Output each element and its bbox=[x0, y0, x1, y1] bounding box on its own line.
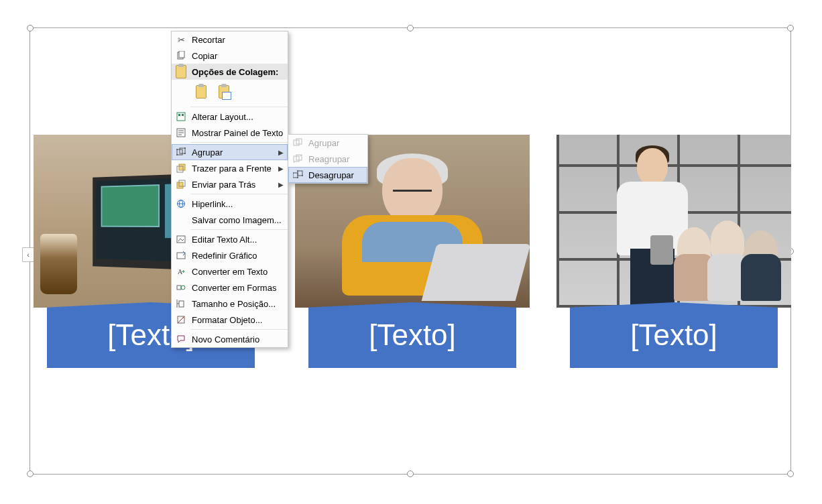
smartart-graphic[interactable]: [Texto] [Texto] [Texto] bbox=[34, 135, 791, 376]
caption-text[interactable]: [Texto] bbox=[369, 318, 456, 352]
svg-rect-15 bbox=[179, 164, 185, 170]
caption-text[interactable]: [Texto] bbox=[630, 318, 717, 352]
size-position-icon bbox=[174, 298, 188, 310]
svg-rect-23 bbox=[177, 253, 185, 259]
resize-handle-tr[interactable] bbox=[787, 25, 794, 32]
submenu-item-group: Agrupar bbox=[288, 135, 367, 151]
cut-icon: ✂ bbox=[174, 34, 188, 46]
separator bbox=[190, 229, 288, 230]
save-image-icon bbox=[174, 214, 188, 226]
svg-rect-25 bbox=[177, 286, 181, 290]
resize-handle-bl[interactable] bbox=[27, 470, 34, 477]
format-object-icon bbox=[174, 314, 188, 326]
alt-text-icon bbox=[174, 233, 188, 245]
text-pane-toggle[interactable]: ‹ bbox=[22, 247, 34, 262]
resize-handle-tm[interactable] bbox=[407, 25, 414, 32]
svg-rect-17 bbox=[177, 182, 183, 188]
svg-point-26 bbox=[181, 286, 185, 290]
resize-handle-br[interactable] bbox=[787, 470, 794, 477]
submenu-item-regroup: Reagrupar bbox=[288, 151, 367, 167]
copy-icon bbox=[174, 50, 188, 62]
menu-item-bring-front[interactable]: Trazer para a Frente ▶ bbox=[172, 160, 288, 176]
hyperlink-icon bbox=[174, 198, 188, 210]
separator bbox=[190, 194, 288, 194]
send-back-icon bbox=[174, 178, 188, 190]
regroup-icon bbox=[291, 153, 304, 165]
submenu-arrow-icon: ▶ bbox=[278, 165, 284, 172]
submenu-group: Agrupar Reagrupar Desagrupar bbox=[288, 134, 368, 184]
paste-option-picture[interactable] bbox=[215, 82, 233, 101]
svg-point-40 bbox=[297, 170, 298, 172]
paste-options-row bbox=[172, 80, 288, 105]
resize-handle-tl[interactable] bbox=[27, 25, 34, 32]
ungroup-icon bbox=[291, 169, 304, 181]
svg-point-39 bbox=[297, 177, 298, 178]
clipboard-icon bbox=[196, 85, 207, 99]
menu-item-copy[interactable]: Copiar bbox=[172, 48, 288, 64]
svg-rect-36 bbox=[293, 173, 298, 178]
picture-placeholder-3[interactable] bbox=[556, 135, 791, 308]
menu-item-group[interactable]: Agrupar ▶ bbox=[172, 144, 288, 160]
svg-point-14 bbox=[176, 154, 178, 155]
menu-item-change-layout[interactable]: Alterar Layout... bbox=[172, 109, 288, 125]
separator bbox=[190, 329, 288, 330]
svg-point-41 bbox=[302, 175, 303, 176]
svg-point-13 bbox=[184, 153, 186, 154]
menu-item-convert-shapes[interactable]: Converter em Formas bbox=[172, 279, 288, 296]
separator bbox=[190, 107, 288, 107]
svg-line-31 bbox=[178, 316, 184, 323]
caption-shape-3[interactable]: [Texto] bbox=[570, 302, 778, 368]
group-icon bbox=[174, 146, 188, 158]
svg-rect-4 bbox=[182, 114, 184, 116]
resize-handle-bm[interactable] bbox=[407, 470, 414, 477]
submenu-arrow-icon: ▶ bbox=[278, 181, 284, 188]
separator bbox=[190, 142, 288, 143]
menu-item-convert-text[interactable]: A Converter em Texto bbox=[172, 263, 288, 279]
svg-rect-37 bbox=[298, 171, 302, 176]
smartart-item-3[interactable]: [Texto] bbox=[556, 135, 791, 376]
group-icon bbox=[291, 137, 304, 149]
comment-icon bbox=[174, 333, 188, 345]
menu-item-new-comment[interactable]: Novo Comentário bbox=[172, 331, 288, 347]
convert-shapes-icon bbox=[174, 281, 188, 294]
menu-item-send-back[interactable]: Enviar para Trás ▶ bbox=[172, 176, 288, 192]
chevron-left-icon: ‹ bbox=[27, 251, 30, 259]
layout-icon bbox=[174, 111, 188, 123]
paste-icon bbox=[174, 66, 188, 78]
submenu-item-ungroup[interactable]: Desagrupar bbox=[288, 167, 367, 183]
context-menu: ✂ Recortar Copiar Opções de Colagem: Alt… bbox=[171, 31, 288, 348]
svg-rect-2 bbox=[177, 113, 185, 121]
svg-point-12 bbox=[184, 147, 186, 149]
menu-item-show-text-pane[interactable]: Mostrar Painel de Texto bbox=[172, 125, 288, 141]
svg-point-38 bbox=[293, 172, 294, 174]
menu-item-cut[interactable]: ✂ Recortar bbox=[172, 32, 288, 48]
menu-item-save-as-image[interactable]: Salvar como Imagem... bbox=[172, 212, 288, 228]
caption-shape-2[interactable]: [Texto] bbox=[308, 302, 516, 368]
submenu-arrow-icon: ▶ bbox=[278, 149, 284, 156]
menu-item-size-position[interactable]: Tamanho e Posição... bbox=[172, 296, 288, 312]
svg-rect-3 bbox=[178, 114, 180, 116]
menu-item-hyperlink[interactable]: Hiperlink... bbox=[172, 196, 288, 212]
menu-item-reset-graphic[interactable]: Redefinir Gráfico bbox=[172, 247, 288, 263]
reset-icon bbox=[174, 249, 188, 261]
svg-point-11 bbox=[176, 149, 178, 150]
bring-front-icon bbox=[174, 162, 188, 174]
svg-rect-27 bbox=[179, 301, 184, 307]
menu-item-format-object[interactable]: Formatar Objeto... bbox=[172, 312, 288, 328]
paste-option-keep-source[interactable] bbox=[192, 82, 211, 101]
text-pane-icon bbox=[174, 127, 188, 139]
menu-item-edit-alt-text[interactable]: Editar Texto Alt... bbox=[172, 231, 288, 247]
menu-header-paste-options: Opções de Colagem: bbox=[172, 64, 288, 80]
convert-text-icon: A bbox=[174, 265, 188, 277]
clipboard-picture-icon bbox=[219, 85, 229, 99]
svg-rect-1 bbox=[179, 51, 184, 58]
